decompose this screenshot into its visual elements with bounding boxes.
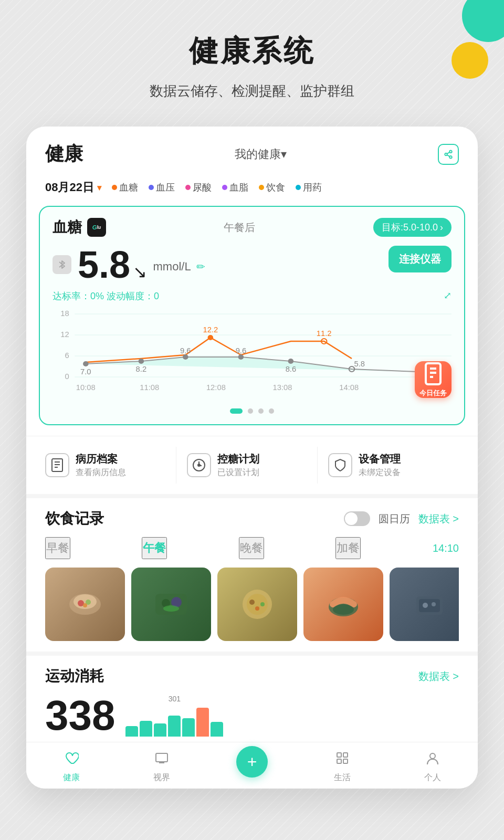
exercise-count: 301 [169, 695, 181, 703]
date-filter-row: 08月22日 ▾ 血糖 血压 尿酸 血脂 饮食 [26, 175, 478, 206]
svg-text:14:08: 14:08 [339, 383, 359, 392]
bs-target-button[interactable]: 目标:5.0-10.0 › [373, 218, 452, 237]
meal-tab-snack[interactable]: 加餐 [335, 537, 361, 559]
meal-tab-dinner[interactable]: 晚餐 [239, 537, 264, 559]
nav-world-label: 视界 [153, 772, 170, 783]
food-image-3[interactable] [217, 568, 297, 641]
diet-section: 饮食记录 圆日历 数据表 > 早餐 午餐 晚餐 加餐 14:10 [26, 494, 478, 652]
share-button[interactable] [438, 144, 459, 165]
meal-tabs: 早餐 午餐 晚餐 加餐 14:10 [45, 537, 459, 559]
bs-trend-icon: ↘ [133, 262, 147, 281]
bar-highlight [196, 708, 209, 737]
svg-point-62 [423, 603, 428, 608]
bar-4 [168, 716, 181, 737]
food-image-1[interactable] [45, 568, 125, 641]
edit-icon[interactable]: ✏ [196, 260, 205, 273]
diet-header: 饮食记录 圆日历 数据表 > [45, 509, 459, 529]
qa-medical-subtitle: 查看病历信息 [76, 467, 126, 478]
legend-medication: 用药 [296, 181, 322, 194]
bs-title: 血糖 [52, 217, 82, 237]
dot-2[interactable] [248, 408, 253, 414]
qa-sugar-plan[interactable]: 控糖计划 已设置计划 [176, 447, 318, 484]
bs-title-group: 血糖 G lu [52, 217, 106, 237]
qa-medical-records[interactable]: 病历档案 查看病历信息 [45, 447, 176, 484]
nav-life[interactable]: 生活 [297, 751, 387, 783]
nav-world[interactable]: 视界 [117, 751, 207, 783]
bs-target-label: 目标:5.0-10.0 [382, 221, 438, 234]
exercise-bar-group: 301 [125, 695, 223, 737]
meal-tab-breakfast[interactable]: 早餐 [45, 537, 70, 559]
app-title: 健康系统 [189, 32, 315, 71]
legend-blood-sugar: 血糖 [112, 181, 138, 194]
svg-point-1 [445, 153, 447, 155]
diet-data-table-link[interactable]: 数据表 > [418, 512, 459, 526]
svg-point-2 [449, 156, 452, 159]
svg-point-71 [430, 753, 435, 759]
bs-value-row: 5.8 ↘ mmol/L ✏ 连接仪器 [52, 246, 452, 284]
qa-plan-icon [187, 453, 211, 477]
chart-expand-icon[interactable]: ⤢ [444, 290, 452, 301]
qa-device-title: 设备管理 [359, 452, 401, 466]
svg-point-56 [260, 602, 265, 606]
svg-point-21 [183, 354, 188, 360]
nav-profile-label: 个人 [424, 772, 441, 783]
bs-left: 5.8 ↘ mmol/L ✏ [52, 246, 205, 284]
bar-2 [140, 721, 152, 737]
nav-life-icon [335, 751, 350, 769]
exercise-section: 运动消耗 数据表 > 338 301 [26, 652, 478, 742]
food-image-2[interactable] [131, 568, 211, 641]
nav-add-button[interactable]: + [236, 746, 268, 778]
exercise-data-table-link[interactable]: 数据表 > [418, 669, 459, 684]
bs-value: 5.8 [78, 244, 130, 286]
bluetooth-icon [52, 255, 71, 274]
food-image-4[interactable] [303, 568, 383, 641]
svg-text:6: 6 [65, 351, 69, 360]
svg-text:9.6: 9.6 [180, 346, 191, 355]
qa-plan-title: 控糖计划 [217, 452, 259, 466]
phone-card: 健康 我的健康▾ 08月22日 ▾ 血糖 [26, 127, 478, 789]
svg-text:12.2: 12.2 [203, 326, 218, 334]
nav-world-icon [154, 751, 169, 769]
legend-blood-pressure: 血压 [149, 181, 175, 194]
dot-4[interactable] [269, 408, 274, 414]
dot-1[interactable] [230, 408, 243, 414]
chart-container: 18 12 6 0 12.2 11.2 [52, 309, 452, 403]
nav-add[interactable]: + [207, 751, 297, 783]
card-header: 健康 我的健康▾ [26, 127, 478, 175]
exercise-title: 运动消耗 [45, 666, 104, 686]
today-task-fab[interactable]: 今日任务 [415, 361, 452, 398]
bs-number-group: 5.8 ↘ [78, 246, 147, 284]
svg-text:8.2: 8.2 [136, 365, 147, 373]
svg-text:9.6: 9.6 [236, 346, 247, 355]
nav-health-label: 健康 [63, 772, 80, 783]
svg-point-43 [198, 464, 200, 466]
svg-point-13 [208, 335, 214, 340]
legend-diet: 饮食 [259, 181, 285, 194]
qa-device-mgmt[interactable]: 设备管理 未绑定设备 [318, 447, 459, 484]
bs-glu-icon: G lu [87, 218, 106, 237]
my-health-label: 我的健康▾ [235, 146, 287, 162]
dot-3[interactable] [258, 408, 264, 414]
nav-profile-icon [425, 751, 440, 769]
bs-meal-time: 午餐后 [224, 220, 255, 235]
nav-profile[interactable]: 个人 [387, 751, 478, 783]
svg-text:7.0: 7.0 [80, 368, 91, 376]
svg-text:5.8: 5.8 [354, 360, 365, 368]
date-button[interactable]: 08月22日 ▾ [45, 180, 101, 195]
qa-medical-icon [45, 453, 69, 477]
diet-toggle[interactable] [344, 511, 370, 526]
my-health-button[interactable]: 我的健康▾ [235, 146, 287, 162]
nav-health[interactable]: 健康 [26, 751, 117, 783]
svg-text:12: 12 [60, 330, 69, 339]
meal-tab-lunch[interactable]: 午餐 [142, 537, 167, 559]
svg-text:12:08: 12:08 [206, 383, 226, 392]
bar-7 [211, 722, 223, 737]
date-label: 08月22日 [45, 180, 94, 195]
svg-rect-61 [419, 599, 440, 612]
svg-point-0 [449, 150, 452, 153]
meal-time: 14:10 [433, 542, 459, 554]
svg-text:11:08: 11:08 [140, 383, 159, 392]
exercise-header: 运动消耗 数据表 > [45, 666, 459, 686]
food-image-5[interactable] [390, 568, 459, 641]
connect-device-button[interactable]: 连接仪器 [388, 246, 452, 272]
